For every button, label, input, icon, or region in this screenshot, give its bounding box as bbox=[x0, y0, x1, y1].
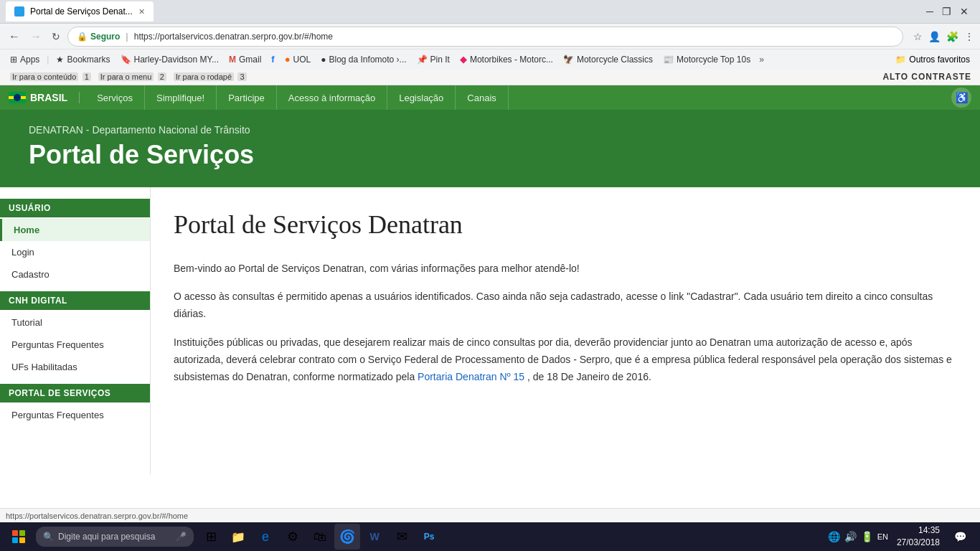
skip-to-menu[interactable]: Ir para o menu 2 bbox=[97, 72, 166, 82]
sidebar-item-ufs[interactable]: UFs Habilitadas bbox=[0, 356, 150, 378]
uol-icon: ● bbox=[285, 54, 291, 65]
browser-title-bar: 🌐 Portal de Serviços Denat... ✕ ─ ❐ ✕ bbox=[0, 0, 980, 23]
bookmark-pinit[interactable]: 📌 Pin It bbox=[413, 53, 454, 66]
tray-keyboard-icon[interactable]: EN bbox=[877, 532, 888, 541]
sidebar-item-perguntas-cnh[interactable]: Perguntas Frequentes bbox=[0, 334, 150, 356]
bookmark-apps[interactable]: ⊞ Apps bbox=[6, 53, 44, 66]
back-button[interactable]: ← bbox=[6, 29, 23, 44]
edge-icon: e bbox=[262, 529, 269, 545]
skip-to-content[interactable]: Ir para o conteúdo 1 bbox=[9, 72, 91, 82]
bookmarks-more-button[interactable]: » bbox=[759, 55, 764, 65]
bookmark-motorbikes[interactable]: ◆ Motorbikes - Motorc... bbox=[456, 52, 557, 66]
bookmark-gmail[interactable]: M Gmail bbox=[225, 53, 265, 66]
accessibility-button[interactable]: ♿ bbox=[951, 88, 971, 108]
maximize-button[interactable]: ❐ bbox=[942, 6, 951, 17]
taskbar-search[interactable]: 🔍 Digite aqui para pesquisa 🎤 bbox=[36, 527, 194, 547]
extensions-icon[interactable]: 🧩 bbox=[946, 31, 958, 42]
bookmark-apps-label: Apps bbox=[20, 55, 39, 65]
skip-content-label: Ir para o conteúdo bbox=[10, 72, 78, 81]
notification-icon: 💬 bbox=[954, 531, 966, 542]
nav-item-acesso[interactable]: Acesso à informação bbox=[277, 85, 387, 110]
microphone-icon[interactable]: 🎤 bbox=[176, 532, 187, 542]
mail-button[interactable]: ✉ bbox=[389, 524, 415, 550]
bookmark-harley-label: Harley-Davidson MY... bbox=[134, 55, 220, 65]
sidebar-item-cadastro[interactable]: Cadastro bbox=[0, 263, 150, 286]
forward-button[interactable]: → bbox=[27, 29, 44, 44]
nav-item-servicos[interactable]: Serviços bbox=[85, 85, 145, 110]
high-contrast-button[interactable]: ALTO CONTRASTE bbox=[882, 72, 971, 82]
bookmarks-bar: ⊞ Apps | ★ Bookmarks 🔖 Harley-Davidson M… bbox=[0, 49, 980, 69]
word-button[interactable]: W bbox=[362, 524, 387, 550]
nav-item-simplifique[interactable]: Simplifique! bbox=[145, 85, 217, 110]
bookmark-uol[interactable]: ● UOL bbox=[281, 52, 316, 66]
bm-sep-1: | bbox=[47, 55, 49, 65]
moto-classics-icon: 🦅 bbox=[563, 55, 574, 65]
close-button[interactable]: ✕ bbox=[960, 6, 969, 17]
notification-button[interactable]: 💬 bbox=[948, 524, 971, 550]
tray-battery-icon[interactable]: 🔋 bbox=[861, 531, 873, 542]
tray-sound-icon[interactable]: 🔊 bbox=[844, 531, 857, 542]
tab-close-button[interactable]: ✕ bbox=[138, 7, 145, 17]
settings-button[interactable]: ⚙ bbox=[280, 524, 306, 550]
nav-item-participe[interactable]: Participe bbox=[217, 85, 277, 110]
chrome-button[interactable]: 🌀 bbox=[334, 524, 360, 550]
tab-favicon: 🌐 bbox=[14, 6, 24, 17]
bookmark-facebook[interactable]: f bbox=[267, 52, 278, 66]
sidebar-section-usuario: USUÁRIO Home Login Cadastro bbox=[0, 199, 150, 286]
brazil-flag-icon bbox=[9, 92, 26, 103]
windows-logo bbox=[12, 530, 25, 543]
start-button[interactable] bbox=[3, 524, 34, 550]
gov-nav-right: ♿ bbox=[951, 88, 971, 108]
reload-button[interactable]: ↻ bbox=[49, 29, 63, 44]
minimize-button[interactable]: ─ bbox=[926, 6, 933, 17]
chrome-icon: 🌀 bbox=[339, 529, 355, 545]
edge-button[interactable]: e bbox=[253, 524, 278, 550]
settings-icon: ⚙ bbox=[287, 529, 298, 545]
status-url: https://portalservicos.denatran.serpro.g… bbox=[6, 512, 188, 520]
browser-tab[interactable]: 🌐 Portal de Serviços Denat... ✕ bbox=[6, 1, 154, 22]
page-content: Ir para o conteúdo 1 Ir para o menu 2 Ir… bbox=[0, 69, 980, 512]
nav-item-legislacao[interactable]: Legislação bbox=[387, 85, 456, 110]
skip-to-footer[interactable]: Ir para o rodapé 3 bbox=[172, 72, 247, 82]
system-tray: 🌐 🔊 🔋 EN bbox=[828, 531, 888, 542]
more-icon[interactable]: ⋮ bbox=[964, 31, 974, 42]
sidebar-item-perguntas-portal[interactable]: Perguntas Frequentes bbox=[0, 404, 150, 426]
bookmark-star-icon[interactable]: ☆ bbox=[913, 31, 923, 42]
user-icon[interactable]: 👤 bbox=[928, 31, 941, 42]
bookmark-bookmarks[interactable]: ★ Bookmarks bbox=[52, 53, 114, 66]
address-right-icons: ☆ 👤 🧩 ⋮ bbox=[913, 31, 974, 42]
content-paragraph-1: Bem-vindo ao Portal de Serviços Denatran… bbox=[174, 260, 957, 278]
motorbikes-icon: ◆ bbox=[460, 54, 467, 65]
nav-item-canais[interactable]: Canais bbox=[456, 85, 508, 110]
skip-menu-label: Ir para o menu bbox=[98, 72, 154, 81]
sidebar-item-tutorial[interactable]: Tutorial bbox=[0, 311, 150, 334]
bookmark-infomoto-label: Blog da Infomoto ›... bbox=[329, 55, 407, 65]
taskview-button[interactable]: ⊞ bbox=[198, 524, 224, 550]
status-bar: https://portalservicos.denatran.serpro.g… bbox=[0, 508, 980, 522]
sidebar-header-cnh: CNH DIGITAL bbox=[0, 291, 150, 310]
taskbar: 🔍 Digite aqui para pesquisa 🎤 ⊞ 📁 e ⚙ 🛍 … bbox=[0, 522, 980, 551]
sidebar-item-login[interactable]: Login bbox=[0, 241, 150, 263]
bookmark-moto-classics-label: Motorcycle Classics bbox=[577, 55, 653, 65]
photoshop-icon: Ps bbox=[424, 532, 435, 542]
taskbar-right: 🌐 🔊 🔋 EN 14:35 27/03/2018 💬 bbox=[828, 524, 977, 550]
bookmark-moto-top10-label: Motorcycle Top 10s bbox=[677, 55, 750, 65]
bookmark-moto-top10[interactable]: 📰 Motorcycle Top 10s bbox=[659, 53, 755, 66]
store-button[interactable]: 🛍 bbox=[307, 524, 333, 550]
portaria-link[interactable]: Portaria Denatran Nº 15 bbox=[418, 371, 527, 382]
tray-network-icon[interactable]: 🌐 bbox=[828, 531, 840, 542]
address-input[interactable]: 🔒 Seguro | https://portalservicos.denatr… bbox=[67, 27, 903, 47]
file-explorer-button[interactable]: 📁 bbox=[225, 524, 251, 550]
photoshop-button[interactable]: Ps bbox=[416, 524, 442, 550]
bookmark-infomoto[interactable]: ● Blog da Infomoto ›... bbox=[316, 53, 410, 66]
content-paragraph-3: Instituições públicas ou privadas, que d… bbox=[174, 334, 957, 385]
sidebar-header-usuario: USUÁRIO bbox=[0, 199, 150, 217]
bookmark-harley[interactable]: 🔖 Harley-Davidson MY... bbox=[116, 53, 224, 66]
skip-content-num: 1 bbox=[83, 72, 91, 81]
store-icon: 🛍 bbox=[314, 529, 326, 545]
search-icon: 🔍 bbox=[43, 532, 54, 542]
other-bookmarks[interactable]: 📁 Outros favoritos bbox=[891, 53, 974, 66]
bookmark-label: Bookmarks bbox=[67, 55, 110, 65]
bookmark-motorcycle-classics[interactable]: 🦅 Motorcycle Classics bbox=[559, 53, 657, 66]
sidebar-item-home[interactable]: Home bbox=[0, 219, 150, 241]
